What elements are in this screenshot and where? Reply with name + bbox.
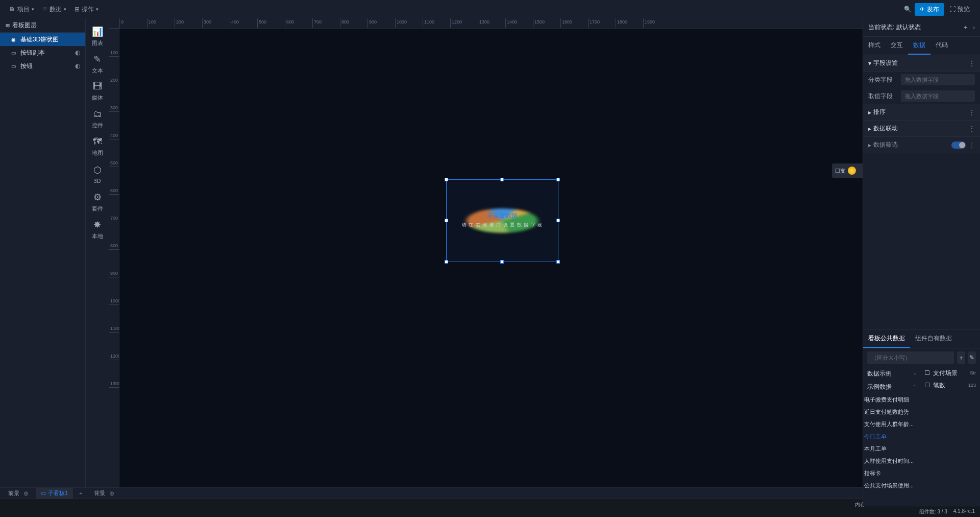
tool-套件[interactable]: ⚙套件 — [86, 188, 109, 216]
data-field-item[interactable]: ☐支付场景Str — [920, 367, 980, 379]
button-icon: ▭ — [11, 63, 17, 69]
add-icon[interactable]: ⊕ — [21, 490, 31, 497]
section-data-filter-label: 数据筛选 — [873, 140, 898, 149]
selection-box[interactable]: 未设置数据 请 在 右 侧 窗 口 设 置 数 据 字 段 — [446, 179, 558, 262]
more-icon[interactable]: ⋮ — [969, 125, 975, 132]
checkbox-icon: ☐ — [835, 168, 840, 174]
data-group[interactable]: 示例数据˅ — [863, 380, 920, 393]
tool-icon: ✎ — [93, 54, 101, 65]
preview-label: 预览 — [958, 5, 970, 14]
preview-button[interactable]: ⛶ 预览 — [944, 3, 975, 16]
tool-本地[interactable]: ✸本地 — [86, 216, 109, 243]
category-field-label: 分类字段 — [868, 76, 897, 84]
search-button[interactable]: 🔍 — [900, 2, 915, 16]
data-source-item[interactable]: 今日工单 — [863, 430, 920, 442]
section-field-settings[interactable]: ▾ 字段设置 ⋮ — [863, 55, 980, 72]
tool-label: 地图 — [92, 149, 103, 157]
tool-label: 媒体 — [92, 94, 103, 102]
tab-foreground[interactable]: 前景 ⊕ — [3, 488, 36, 499]
data-filter-toggle[interactable] — [951, 142, 966, 149]
data-source-item[interactable]: 电子缴费支付明细 — [863, 393, 920, 406]
more-icon[interactable]: ⋮ — [969, 109, 975, 116]
tool-地图[interactable]: 🗺地图 — [86, 133, 109, 160]
canvas-stage[interactable]: 未设置数据 请 在 右 侧 窗 口 设 置 数 据 字 段 — [119, 29, 863, 487]
layer-item[interactable]: ▭按钮◐ — [0, 59, 85, 73]
data-search-input[interactable] — [867, 351, 954, 364]
add-icon[interactable]: ⊕ — [107, 490, 116, 497]
tab-add[interactable]: ＋ — [73, 488, 89, 499]
data-field-item[interactable]: ☐笔数123 — [920, 379, 980, 391]
layer-item[interactable]: ▭按钮副本◐ — [0, 46, 85, 59]
section-sort[interactable]: ▸ 排序 ⋮ — [863, 104, 980, 121]
tool-媒体[interactable]: 🎞媒体 — [86, 78, 109, 105]
data-source-item[interactable]: 指标卡 — [863, 467, 920, 479]
section-field-settings-label: 字段设置 — [873, 59, 898, 67]
resize-handle-sw[interactable] — [445, 260, 448, 264]
current-state-label: 当前状态: — [868, 23, 894, 32]
resize-handle-nw[interactable] — [445, 178, 448, 181]
more-icon[interactable]: ⋮ — [969, 60, 975, 67]
section-data-link[interactable]: ▸ 数据联动 ⋮ — [863, 121, 980, 137]
topbar: 🗎 项目 ▾ ≣ 数据 ▾ ⊞ 操作 ▾ 🔍 ✈ 发布 ⛶ 预览 — [0, 0, 980, 18]
data-tab-component[interactable]: 组件自有数据 — [910, 330, 957, 348]
data-edit-button[interactable]: ✎ — [968, 351, 976, 364]
publish-button[interactable]: ✈ 发布 — [915, 3, 944, 16]
data-source-item[interactable]: 近日支付笔数趋势 — [863, 406, 920, 418]
resize-handle-ne[interactable] — [556, 178, 560, 181]
tool-label: 3D — [93, 178, 101, 184]
tool-控件[interactable]: 🗂控件 — [86, 105, 109, 133]
panel-collapse-tab[interactable]: ☐ 支 — [832, 163, 863, 178]
tab-foreground-label: 前景 — [8, 489, 19, 497]
menu-operation[interactable]: ⊞ 操作 ▾ — [70, 3, 103, 16]
tool-icon: ⬡ — [93, 165, 102, 176]
section-data-filter[interactable]: ▸ 数据筛选 ⋮ — [863, 137, 980, 153]
resize-handle-se[interactable] — [556, 260, 560, 264]
canvas-area: 未设置数据 请 在 右 侧 窗 口 设 置 数 据 字 段 — [109, 18, 863, 487]
visibility-icon[interactable]: ◐ — [75, 49, 80, 56]
ruler-vertical — [109, 29, 119, 487]
tool-图表[interactable]: 📊图表 — [86, 22, 109, 50]
data-add-button[interactable]: ＋ — [957, 351, 965, 364]
data-source-item[interactable]: 本月工单 — [863, 442, 920, 455]
resize-handle-s[interactable] — [500, 260, 504, 264]
resize-handle-e[interactable] — [556, 219, 560, 222]
value-field-dropzone[interactable]: 拖入数据字段 — [901, 90, 975, 102]
layer-item[interactable]: ◉基础3D饼状图 — [0, 33, 85, 46]
layer-label: 按钮副本 — [20, 49, 45, 57]
resize-handle-w[interactable] — [445, 219, 448, 222]
resize-handle-n[interactable] — [500, 178, 504, 181]
no-data-hint: 请 在 右 侧 窗 口 设 置 数 据 字 段 — [462, 222, 543, 228]
menu-data[interactable]: ≣ 数据 ▾ — [38, 3, 70, 16]
tool-文本[interactable]: ✎文本 — [86, 50, 109, 78]
data-tab-board[interactable]: 看板公共数据 — [863, 330, 910, 348]
data-group[interactable]: 数据示例› — [863, 367, 920, 380]
data-source-item[interactable]: 支付使用人群年龄... — [863, 418, 920, 430]
menu-project[interactable]: 🗎 项目 ▾ — [5, 3, 38, 16]
layers-panel-head: ≋ 看板图层 — [0, 18, 85, 33]
tab-subboard[interactable]: ▭ 子看板1 — [36, 488, 73, 499]
data-source-panel: 看板公共数据 组件自有数据 ＋ ✎ 数据示例›示例数据˅电子缴费支付明细近日支付… — [863, 330, 980, 487]
visibility-icon[interactable]: ◐ — [75, 62, 80, 69]
data-field-label: 支付场景 — [933, 369, 958, 378]
doc-icon: 🗎 — [9, 6, 15, 13]
data-source-item[interactable]: 人群使用支付时间... — [863, 455, 920, 467]
tool-icon: ⚙ — [93, 192, 102, 203]
tab-data[interactable]: 数据 — [908, 37, 930, 55]
tab-background[interactable]: 背景 ⊕ — [89, 488, 121, 499]
tab-interact[interactable]: 交互 — [886, 37, 908, 55]
pie-chart-placeholder[interactable]: 未设置数据 请 在 右 侧 窗 口 设 置 数 据 字 段 — [447, 180, 558, 262]
tool-label: 图表 — [92, 39, 103, 47]
tool-icon: 🗂 — [93, 109, 102, 120]
tool-label: 文本 — [92, 67, 103, 75]
status-version: 4.1.8-rc.1 — [953, 508, 975, 515]
layer-label: 基础3D饼状图 — [20, 35, 59, 44]
add-state-button[interactable]: ＋ — [961, 23, 971, 32]
tab-style[interactable]: 样式 — [863, 37, 886, 55]
tab-code[interactable]: 代码 — [930, 37, 953, 55]
category-field-dropzone[interactable]: 拖入数据字段 — [901, 74, 975, 85]
search-icon: 🔍 — [904, 6, 912, 13]
tool-3D[interactable]: ⬡3D — [86, 160, 109, 188]
data-source-item[interactable]: 公共支付场景使用... — [863, 479, 920, 487]
more-icon[interactable]: ⋮ — [969, 142, 975, 149]
layer-label: 按钮 — [20, 62, 33, 70]
